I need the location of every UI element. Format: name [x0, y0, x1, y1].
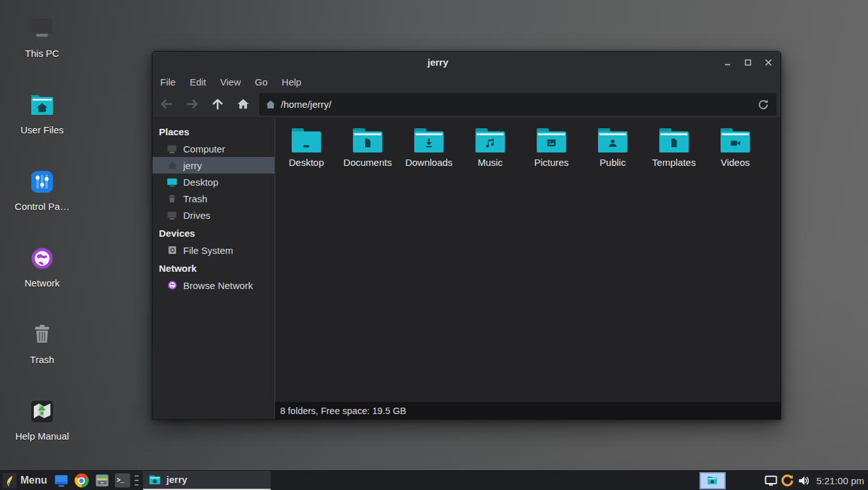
home-folder-icon [29, 92, 56, 119]
folder-videos[interactable]: Videos [705, 126, 766, 187]
menu-item-help[interactable]: Help [281, 77, 301, 87]
volume-tray-icon[interactable] [797, 473, 812, 488]
close-button[interactable] [763, 57, 774, 68]
music-note-glyph [484, 137, 497, 149]
folder-downloads[interactable]: Downloads [398, 126, 460, 187]
sidebar-item-file-system[interactable]: File System [153, 242, 274, 258]
show-desktop-button[interactable] [52, 471, 70, 489]
sidebar-header-network: Network [153, 258, 274, 277]
file-manager-launcher[interactable] [93, 471, 111, 489]
terminal-launcher[interactable]: >_ [114, 471, 131, 489]
taskbar-clock[interactable]: 5:21:00 pm [812, 475, 868, 486]
toolbar: /home/jerry/ [153, 91, 781, 118]
minimize-button[interactable] [722, 57, 733, 68]
browser-launcher[interactable] [73, 471, 91, 489]
desktop-icon-label: User Files [20, 124, 64, 135]
desktop-icon-help-manual[interactable]: Help Manual [6, 398, 78, 442]
desktop-icon-label: Help Manual [15, 431, 69, 442]
menu-feather-icon [3, 473, 17, 488]
folder-templates[interactable]: Templates [643, 126, 705, 187]
refresh-icon[interactable] [756, 98, 770, 112]
home-button[interactable] [232, 93, 255, 115]
folder-public[interactable]: Public [582, 126, 643, 187]
task-button-label: jerry [167, 474, 188, 485]
forward-button[interactable] [181, 93, 204, 115]
network-globe-icon [167, 280, 177, 291]
taskbar: Menu >_ jerry 5:21:00 pm [0, 470, 868, 490]
menubar: File Edit View Go Help [153, 73, 781, 91]
pictures-folder-icon [537, 128, 566, 152]
sidebar-item-drives[interactable]: Drives [153, 207, 274, 223]
file-cabinet-icon [94, 473, 110, 488]
public-folder-icon [598, 128, 627, 152]
sidebar-item-desktop[interactable]: Desktop [153, 174, 274, 190]
maximize-button[interactable] [742, 57, 754, 68]
sidebar-item-computer[interactable]: Computer [153, 140, 274, 157]
terminal-icon: >_ [115, 473, 130, 487]
path-text: /home/jerry/ [281, 99, 756, 110]
folder-icon [149, 475, 161, 485]
desktop-icon-trash[interactable]: Trash [6, 322, 78, 365]
picture-glyph [545, 137, 558, 149]
drives-icon [167, 210, 177, 221]
folder-documents[interactable]: Documents [337, 126, 398, 187]
chrome-icon [75, 473, 89, 487]
folder-desktop[interactable]: Desktop [276, 126, 337, 187]
sidebar: Places Computer jerry Desktop Trash Driv… [153, 118, 275, 419]
help-manual-icon [29, 398, 56, 425]
sidebar-header-places: Places [153, 122, 274, 140]
menu-item-go[interactable]: Go [255, 77, 267, 87]
system-tray: 5:21:00 pm [700, 472, 868, 489]
desktop-icon-control-panel[interactable]: Control Pa… [6, 168, 78, 212]
task-button-jerry[interactable]: jerry [143, 471, 271, 490]
path-home-icon [266, 100, 276, 110]
video-camera-glyph [729, 137, 742, 149]
desktop-glyph [300, 137, 313, 149]
update-manager-tray-icon[interactable] [780, 473, 795, 488]
workspace-pager[interactable] [700, 472, 726, 489]
trash-icon [167, 193, 177, 204]
titlebar[interactable]: jerry [153, 52, 781, 73]
person-glyph [606, 137, 619, 149]
file-view: Desktop Documents Downloads Music Pictur… [275, 118, 781, 402]
path-bar[interactable]: /home/jerry/ [259, 93, 777, 115]
home-icon [167, 160, 177, 171]
menu-item-edit[interactable]: Edit [190, 77, 206, 87]
up-button[interactable] [206, 93, 229, 115]
desktop-icon-label: Network [24, 278, 59, 288]
desktop-icon-this-pc[interactable]: This PC [6, 15, 78, 59]
computer-icon [29, 15, 56, 42]
back-button[interactable] [155, 93, 178, 115]
download-arrow-glyph [423, 137, 435, 149]
document-glyph [361, 137, 374, 149]
videos-folder-icon [721, 128, 750, 152]
window-title: jerry [153, 57, 723, 68]
folder-music[interactable]: Music [460, 126, 521, 187]
tasklist-grip[interactable] [135, 475, 141, 486]
menu-item-file[interactable]: File [160, 77, 176, 87]
desktop-icon-network[interactable]: Network [6, 245, 78, 288]
sidebar-header-devices: Devices [153, 223, 274, 242]
template-page-glyph [668, 137, 680, 149]
disk-icon [167, 245, 177, 256]
desktop-folder-icon [292, 128, 321, 152]
desktop-icon-label: This PC [25, 48, 59, 59]
file-manager-window: jerry File Edit View Go Help /home/jerry… [152, 51, 781, 420]
show-desktop-icon [54, 473, 69, 488]
documents-folder-icon [353, 128, 382, 152]
display-tray-icon[interactable] [763, 473, 779, 488]
desktop-icon-label: Trash [30, 354, 54, 365]
folder-icon [707, 476, 717, 485]
templates-folder-icon [659, 128, 689, 152]
sidebar-item-trash[interactable]: Trash [153, 190, 274, 207]
sidebar-item-browse-network[interactable]: Browse Network [153, 277, 274, 293]
folder-pictures[interactable]: Pictures [521, 126, 582, 187]
sidebar-item-jerry[interactable]: jerry [153, 157, 274, 174]
desktop-icon-user-files[interactable]: User Files [6, 92, 78, 135]
start-menu-button[interactable]: Menu [0, 471, 51, 490]
status-bar: 8 folders, Free space: 19.5 GB [275, 402, 781, 419]
desktop-icon-label: Control Pa… [15, 201, 70, 212]
menu-item-view[interactable]: View [220, 77, 241, 87]
desktop-icon [167, 177, 177, 188]
menu-label: Menu [20, 475, 47, 486]
